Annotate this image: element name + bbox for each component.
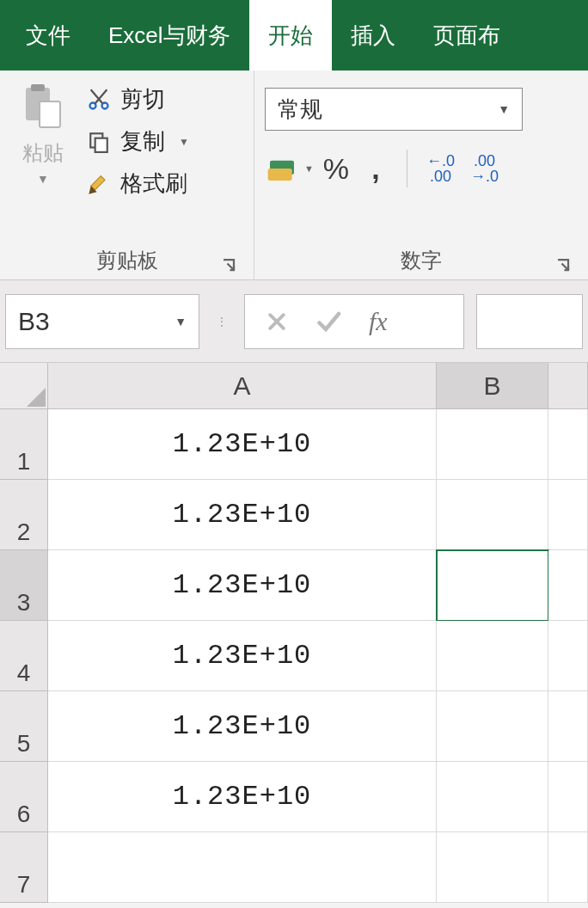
currency-button[interactable] — [265, 151, 299, 186]
format-painter-label: 格式刷 — [120, 169, 187, 199]
cell[interactable] — [548, 621, 588, 691]
cell[interactable] — [548, 762, 588, 832]
cell-a3[interactable]: 1.23E+10 — [48, 550, 437, 621]
name-box[interactable]: B3 ▼ — [5, 294, 199, 349]
fx-button[interactable]: fx — [369, 307, 388, 336]
cell-a4[interactable]: 1.23E+10 — [48, 621, 437, 691]
dialog-launcher-icon[interactable] — [555, 254, 571, 269]
comma-button[interactable]: , — [358, 151, 393, 186]
ribbon-tabs: 文件 Excel与财务 开始 插入 页面布 — [0, 0, 588, 71]
chevron-down-icon: ▼ — [498, 102, 510, 116]
scissors-icon — [86, 87, 112, 113]
column-header-a[interactable]: A — [48, 363, 437, 409]
cell[interactable] — [548, 691, 588, 762]
format-painter-button[interactable]: 格式刷 — [86, 169, 189, 199]
cell[interactable] — [548, 409, 588, 480]
chevron-down-icon[interactable]: ▼ — [304, 163, 314, 174]
cell-a7[interactable] — [48, 832, 437, 903]
svg-rect-8 — [95, 138, 107, 151]
cell-a5[interactable]: 1.23E+10 — [48, 691, 437, 762]
formula-buttons: fx — [244, 294, 464, 349]
number-group-label: 数字 — [401, 247, 442, 274]
separator — [407, 150, 407, 187]
brush-icon — [86, 171, 112, 197]
cell-a2[interactable]: 1.23E+10 — [48, 480, 437, 550]
cancel-icon[interactable] — [266, 310, 288, 333]
confirm-icon[interactable] — [315, 309, 341, 334]
cell-a6[interactable]: 1.23E+10 — [48, 762, 437, 832]
clipboard-icon — [22, 84, 64, 129]
cell[interactable] — [548, 550, 588, 621]
cell-b4[interactable] — [437, 621, 548, 691]
chevron-down-icon[interactable]: ▼ — [37, 172, 49, 186]
cell-a1[interactable]: 1.23E+10 — [48, 409, 437, 480]
row-header-6[interactable]: 6 — [0, 762, 48, 832]
expand-icon[interactable]: ⋮ — [211, 316, 232, 328]
cell-b3[interactable] — [437, 550, 548, 621]
chevron-down-icon[interactable]: ▼ — [179, 136, 189, 148]
svg-rect-1 — [31, 84, 45, 91]
name-box-value: B3 — [18, 307, 50, 336]
cell-b6[interactable] — [437, 762, 548, 832]
column-header-b[interactable]: B — [437, 363, 548, 409]
row-header-1[interactable]: 1 — [0, 409, 48, 480]
cut-button[interactable]: 剪切 — [86, 84, 189, 114]
cut-label: 剪切 — [120, 84, 165, 114]
dialog-launcher-icon[interactable] — [221, 254, 236, 269]
clipboard-group-label: 剪贴板 — [96, 247, 158, 274]
copy-icon — [86, 129, 112, 155]
tab-home[interactable]: 开始 — [249, 0, 332, 71]
cell-b5[interactable] — [437, 691, 548, 762]
tab-page-layout[interactable]: 页面布 — [414, 0, 519, 71]
tab-file[interactable]: 文件 — [7, 0, 89, 71]
row-header-5[interactable]: 5 — [0, 691, 48, 762]
svg-rect-2 — [40, 101, 60, 127]
formula-bar: B3 ▼ ⋮ fx — [0, 280, 588, 363]
cell-b1[interactable] — [437, 409, 548, 480]
row-header-3[interactable]: 3 — [0, 550, 48, 621]
tab-insert[interactable]: 插入 — [332, 0, 414, 71]
row-header-2[interactable]: 2 — [0, 480, 48, 550]
number-format-dropdown[interactable]: 常规 ▼ — [265, 88, 523, 131]
cell-b7[interactable] — [437, 832, 548, 903]
column-header[interactable] — [548, 363, 588, 409]
number-format-value: 常规 — [278, 95, 322, 125]
select-all-corner[interactable] — [0, 363, 48, 409]
increase-decimal-button[interactable]: ←.0.00 — [421, 153, 460, 184]
svg-rect-10 — [268, 169, 292, 181]
row-header-7[interactable]: 7 — [0, 832, 48, 903]
decrease-decimal-button[interactable]: .00→.0 — [465, 153, 504, 184]
tab-excel-finance[interactable]: Excel与财务 — [89, 0, 249, 71]
percent-button[interactable]: % — [319, 151, 353, 186]
cell[interactable] — [548, 832, 588, 903]
copy-button[interactable]: 复制 ▼ — [86, 126, 189, 156]
ribbon: 粘贴 ▼ 剪切 复制 ▼ — [0, 71, 588, 280]
chevron-down-icon[interactable]: ▼ — [175, 315, 187, 328]
cell[interactable] — [548, 480, 588, 550]
paste-button[interactable]: 粘贴 ▼ — [10, 79, 76, 186]
cell-b2[interactable] — [437, 480, 548, 550]
spreadsheet-grid: A B 1 1.23E+10 2 1.23E+10 3 1.23E+10 4 1… — [0, 363, 588, 903]
row-header-4[interactable]: 4 — [0, 621, 48, 691]
paste-label: 粘贴 — [22, 139, 64, 167]
formula-input[interactable] — [476, 294, 583, 349]
copy-label: 复制 — [120, 126, 165, 156]
